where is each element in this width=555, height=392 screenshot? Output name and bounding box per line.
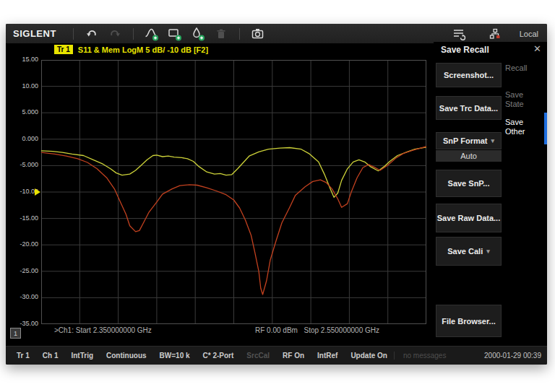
status-trace[interactable]: Tr 1	[10, 352, 36, 360]
tab-save-other[interactable]: Save Other	[505, 118, 543, 136]
save-raw-data-button[interactable]: Save Raw Data...	[436, 204, 502, 232]
button-label: Save SnP...	[448, 179, 490, 188]
panel-title: Save Recall	[441, 45, 489, 55]
top-toolbar: SIGLENT	[6, 24, 547, 43]
trace-settings-label[interactable]: S11 & Mem LogM 5 dB/ -10 dB [F2]	[78, 45, 208, 54]
status-message: no messages	[394, 352, 455, 360]
trace-header: Tr 1 S11 & Mem LogM 5 dB/ -10 dB [F2]	[54, 45, 208, 54]
chevron-down-icon: ▾	[486, 248, 490, 255]
status-channel[interactable]: Ch 1	[36, 352, 65, 360]
button-label: Save Raw Data...	[437, 214, 500, 222]
redo-icon	[108, 27, 122, 41]
add-window-icon[interactable]	[168, 27, 182, 41]
screenshot-button[interactable]: Screenshot...	[436, 63, 502, 87]
status-update[interactable]: Update On	[344, 352, 394, 360]
button-label: SnP Format	[443, 136, 488, 145]
close-icon[interactable]: ✕	[533, 43, 541, 54]
add-trace-icon[interactable]	[145, 27, 159, 41]
undo-icon[interactable]	[85, 27, 99, 41]
status-rf[interactable]: RF On	[276, 352, 311, 360]
y-axis-tick-label: 10.00	[6, 82, 38, 90]
toolbar-right-group: Local	[447, 27, 538, 41]
status-datetime: 2000-01-29 00:39	[484, 352, 547, 360]
lan-status-icon[interactable]	[488, 27, 502, 41]
status-cal-ports[interactable]: C* 2-Port	[197, 352, 241, 360]
vna-screen: SIGLENT	[6, 24, 547, 365]
y-axis-tick-label: 15.00	[6, 56, 38, 63]
y-axis-tick-label: -30.00	[6, 293, 38, 300]
y-axis-tick-label: -15.00	[6, 214, 38, 222]
button-label: File Browser...	[442, 317, 496, 326]
tab-recall[interactable]: Recall	[505, 64, 543, 73]
rf-power-label[interactable]: RF 0.00 dBm	[255, 326, 298, 334]
y-axis-tick-label: 0.000	[6, 135, 38, 142]
file-browser-button[interactable]: File Browser...	[436, 305, 502, 337]
save-cali-dropdown[interactable]: Save Cali ▾	[436, 237, 502, 266]
y-axis-tick-label: -5.000	[6, 161, 38, 168]
status-sweep-mode[interactable]: Continuous	[100, 352, 153, 360]
toolbar-separator	[239, 28, 240, 40]
toolbar-menu-icon[interactable]	[452, 27, 466, 41]
status-trigger[interactable]: IntTrig	[64, 352, 100, 360]
button-label: Screenshot...	[444, 71, 494, 79]
button-label: Save Trc Data...	[439, 104, 498, 113]
siglent-logo: SIGLENT	[13, 28, 56, 39]
snp-format-dropdown[interactable]: SnP Format ▾	[436, 132, 502, 149]
trace-badge[interactable]: Tr 1	[54, 45, 73, 54]
s11-chart	[41, 60, 426, 324]
active-tab-indicator	[544, 113, 547, 144]
button-label: Save Cali	[447, 247, 483, 256]
camera-screenshot-icon[interactable]	[251, 27, 265, 41]
page: SIGLENT	[0, 0, 555, 392]
tab-save-state[interactable]: Save State	[505, 90, 543, 109]
status-reference[interactable]: IntRef	[311, 352, 344, 360]
y-axis-tick-label: -35.00	[6, 320, 38, 327]
y-axis-tick-label: -20.00	[6, 240, 38, 248]
delete-trace-icon	[214, 27, 228, 41]
save-trc-data-button[interactable]: Save Trc Data...	[436, 96, 502, 120]
toolbar-separator	[73, 28, 74, 40]
channel-start-label[interactable]: >Ch1: Start 2.350000000 GHz	[54, 326, 152, 334]
status-bandwidth[interactable]: BW=10 k	[153, 352, 197, 360]
status-bar: Tr 1 Ch 1 IntTrig Continuous BW=10 k C* …	[6, 346, 547, 365]
status-srccal: SrcCal	[240, 352, 276, 360]
save-snp-button[interactable]: Save SnP...	[436, 170, 502, 197]
snp-format-value[interactable]: Auto	[436, 150, 502, 162]
y-axis-tick-label: 5.000	[6, 108, 38, 116]
y-axis-tick-label: -25.00	[6, 267, 38, 274]
y-axis-tick-label: -10.00	[6, 188, 38, 195]
chevron-down-icon: ▾	[491, 137, 495, 144]
reference-level-marker[interactable]	[35, 188, 40, 196]
add-marker-icon[interactable]	[191, 27, 205, 41]
window-number-badge[interactable]: 1	[10, 328, 21, 339]
local-mode-label[interactable]: Local	[520, 30, 538, 38]
channel-stop-label[interactable]: Stop 2.550000000 GHz	[304, 326, 379, 334]
toolbar-separator	[133, 28, 134, 40]
save-recall-panel: Save Recall ✕ Screenshot... Save Trc Dat…	[434, 42, 547, 344]
value-label: Auto	[460, 152, 477, 160]
